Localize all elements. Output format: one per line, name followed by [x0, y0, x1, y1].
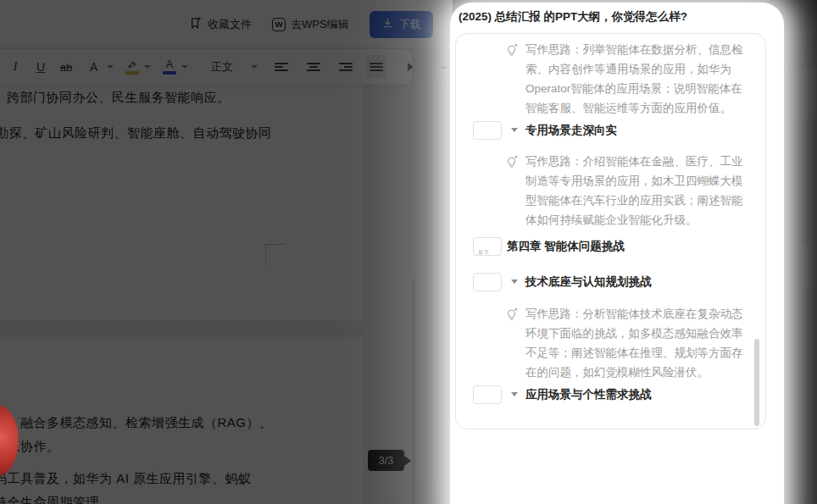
outline-chapter-row: 章节 第四章 智能体问题挑战	[473, 237, 753, 257]
idea-text: 写作思路：列举智能体在数据分析、信息检索、内容创作等通用场景的应用，如华为Ope…	[525, 43, 743, 114]
caret-down-icon[interactable]	[511, 392, 518, 396]
idea-bulb-plus-icon	[505, 307, 519, 329]
outline-idea-row: 写作思路：列举智能体在数据分析、信息检索、内容创作等通用场景的应用，如华为Ope…	[473, 40, 753, 118]
ppt-outline-card: 写作思路：列举智能体在数据分析、信息检索、内容创作等通用场景的应用，如华为Ope…	[455, 33, 766, 429]
caret-down-icon[interactable]	[511, 128, 518, 132]
outline-idea-row: 写作思路：介绍智能体在金融、医疗、工业制造等专用场景的应用，如木卫四蝴蝶大模型智…	[473, 152, 753, 230]
caret-down-icon[interactable]	[511, 280, 518, 284]
idea-text: 写作思路：分析智能体技术底座在复杂动态环境下面临的挑战，如多模态感知融合效率不足…	[525, 307, 743, 379]
slide-title[interactable]: 技术底座与认知规划挑战	[525, 274, 652, 290]
outline-slide-row: 技术底座与认知规划挑战	[473, 273, 753, 292]
chapter-title[interactable]: 第四章 智能体问题挑战	[507, 239, 625, 254]
outline-slide-row: 应用场景与个性需求挑战	[473, 385, 753, 405]
idea-bulb-plus-icon	[505, 154, 519, 176]
outline-idea-row: 写作思路：分析智能体技术底座在复杂动态环境下面临的挑战，如多模态感知融合效率不足…	[473, 304, 753, 382]
idea-text: 写作思路：介绍智能体在金融、医疗、工业制造等专用场景的应用，如木卫四蝴蝶大模型智…	[525, 155, 743, 226]
slide-thumbnail-icon	[473, 385, 502, 404]
slide-title[interactable]: 应用场景与个性需求挑战	[525, 387, 652, 402]
outline-slide-row: 专用场景走深向实	[473, 121, 753, 141]
slide-thumbnail-icon	[473, 121, 502, 140]
slide-thumbnail-icon	[473, 273, 502, 291]
idea-bulb-plus-icon	[505, 42, 519, 64]
ai-chat-panel: (2025) 总结汇报 的PPT大纲，你觉得怎么样? 写作思路：列举智能体在数据…	[450, 3, 784, 504]
slide-title[interactable]: 专用场景走深向实	[525, 123, 617, 138]
chat-question-text: (2025) 总结汇报 的PPT大纲，你觉得怎么样?	[450, 3, 784, 25]
chapter-thumbnail-icon: 章节	[473, 237, 502, 256]
outline-scrollbar-thumb[interactable]	[754, 339, 759, 426]
